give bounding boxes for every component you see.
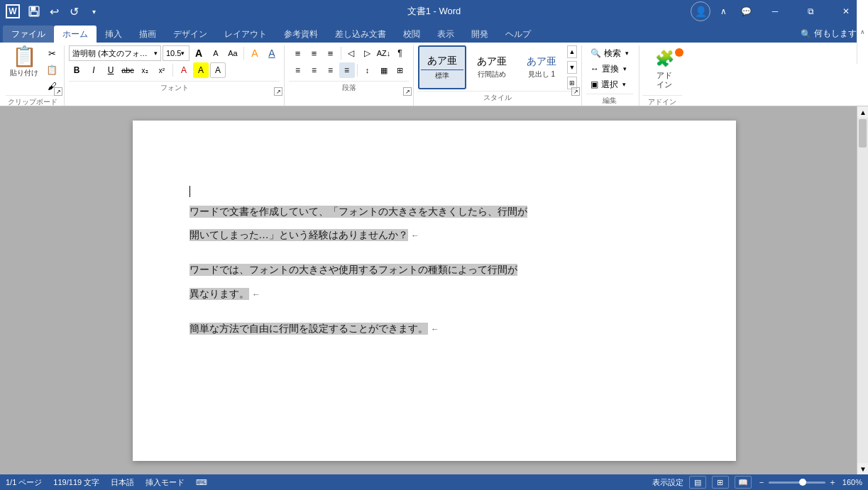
font-grow-button[interactable]: A [191, 45, 207, 61]
para-spacer-1 [189, 250, 679, 261]
select-dropdown[interactable]: ▾ [622, 81, 626, 88]
tab-file[interactable]: ファイル [3, 26, 54, 43]
tab-review[interactable]: 校閲 [395, 26, 429, 43]
paste-button[interactable]: 📋 貼り付け [6, 45, 43, 79]
paragraph-2[interactable]: 開いてしまった…」という経験はありませんか？ ← [189, 226, 679, 244]
edit-label: 編集 [586, 94, 633, 107]
text-highlight-button[interactable]: A [193, 62, 209, 78]
tab-mailings[interactable]: 差し込み文書 [326, 26, 395, 43]
zoom-slider-thumb[interactable] [799, 479, 806, 486]
paragraph-4[interactable]: 異なります。 ← [189, 285, 679, 303]
search-dropdown[interactable]: ▾ [625, 50, 629, 57]
quick-save-button[interactable] [26, 3, 43, 20]
justify-button[interactable]: ≡ [339, 62, 355, 78]
bullets-button[interactable]: ≡ [290, 45, 306, 61]
tab-design[interactable]: デザイン [165, 26, 216, 43]
scroll-down-button[interactable]: ▼ [857, 463, 868, 474]
show-marks-button[interactable]: ¶ [392, 45, 408, 61]
ribbon-toggle-button[interactable]: ∧ [713, 0, 733, 23]
search-button[interactable]: 🔍 検索 ▾ [586, 45, 633, 61]
user-account-button[interactable]: 👤 [691, 1, 710, 21]
tab-developer[interactable]: 開発 [463, 26, 497, 43]
decrease-indent-button[interactable]: ◁ [344, 45, 359, 61]
tab-draw[interactable]: 描画 [131, 26, 165, 43]
display-settings-button[interactable]: 表示設定 [652, 477, 683, 488]
scroll-track[interactable] [857, 118, 868, 463]
paragraph-label: 段落 [289, 81, 409, 94]
vertical-scrollbar[interactable]: ▲ ▼ [857, 106, 868, 474]
subscript-button[interactable]: x₂ [137, 62, 153, 78]
zoom-slider-track[interactable] [769, 481, 825, 484]
word-count[interactable]: 119/119 文字 [53, 477, 99, 488]
zoom-level[interactable]: 160% [842, 478, 862, 486]
view-read-button[interactable]: 📖 [735, 476, 752, 489]
select-button[interactable]: ▣ 選択 ▾ [586, 77, 630, 92]
quick-undo-button[interactable]: ↩ [45, 3, 62, 20]
font-shrink-button[interactable]: A [208, 45, 224, 61]
tab-view[interactable]: 表示 [429, 26, 463, 43]
style-heading1[interactable]: あア亜 見出し 1 [517, 45, 566, 89]
align-left-button[interactable]: ≡ [290, 62, 306, 78]
minimize-button[interactable]: ─ [759, 0, 791, 23]
styles-expand-button[interactable]: ↗ [571, 87, 580, 96]
tab-layout[interactable]: レイアウト [216, 26, 275, 43]
change-case-button[interactable]: Aa [225, 45, 241, 61]
style-underline [421, 69, 463, 70]
zoom-in-icon[interactable]: ＋ [828, 477, 837, 489]
font-expand-button[interactable]: ↗ [274, 87, 282, 96]
restore-button[interactable]: ⧉ [794, 0, 827, 23]
paragraph-expand-button[interactable]: ↗ [403, 87, 412, 96]
cursor-area [189, 184, 679, 197]
italic-button[interactable]: I [86, 62, 101, 78]
paragraph-3[interactable]: ワードでは、フォントの大きさや使用するフォントの種類によって行間が [189, 261, 679, 279]
scroll-up-button[interactable]: ▲ [857, 106, 868, 118]
view-web-button[interactable]: ⊞ [712, 476, 729, 489]
clipboard-expand-button[interactable]: ↗ [54, 87, 62, 96]
quick-redo-button[interactable]: ↺ [65, 3, 82, 20]
zoom-out-icon[interactable]: － [757, 477, 766, 489]
tab-references[interactable]: 参考資料 [275, 26, 326, 43]
multilevel-button[interactable]: ≡ [323, 45, 339, 61]
borders-button[interactable]: ⊞ [392, 62, 408, 78]
keyboard-icon[interactable]: ⌨ [196, 478, 207, 487]
bold-button[interactable]: B [69, 62, 84, 78]
underline-button[interactable]: U [103, 62, 119, 78]
paragraph-1[interactable]: ワードで文書を作成していて、「フォントの大きさを大きくしたら、行間が [189, 203, 679, 221]
scroll-thumb[interactable] [859, 119, 867, 147]
styles-scroll-down[interactable]: ▼ [567, 61, 577, 74]
font-size-select[interactable]: 10.5 ▾ [163, 45, 189, 61]
tab-help[interactable]: ヘルプ [497, 26, 539, 43]
document-page[interactable]: ワードで文書を作成していて、「フォントの大きさを大きくしたら、行間が 開いてしま… [133, 121, 736, 461]
style-normal[interactable]: あア亜 標準 [418, 45, 466, 89]
quick-customize-button[interactable]: ▾ [85, 3, 102, 20]
cut-button[interactable]: ✂ [44, 45, 60, 61]
highlight-button[interactable]: A [247, 45, 263, 61]
input-mode[interactable]: 挿入モード [145, 477, 185, 488]
clear-format-button[interactable]: A [264, 45, 280, 61]
view-normal-button[interactable]: ▤ [689, 476, 706, 489]
shading-para-button[interactable]: ▦ [376, 62, 392, 78]
tab-home[interactable]: ホーム [54, 26, 97, 43]
font-family-select[interactable]: 游明朝 (本文のフォン... ▾ [69, 45, 161, 61]
align-right-button[interactable]: ≡ [323, 62, 339, 78]
comments-button[interactable]: 💬 [736, 0, 756, 23]
paragraph-5[interactable]: 簡単な方法で自由に行間を設定することができます。 ← [189, 320, 679, 338]
page-info[interactable]: 1/1 ページ [6, 477, 42, 488]
line-spacing-button[interactable]: ↕ [360, 62, 375, 78]
shading-button[interactable]: A [210, 62, 226, 78]
language[interactable]: 日本語 [111, 477, 134, 488]
numbering-button[interactable]: ≡ [307, 45, 322, 61]
align-center-button[interactable]: ≡ [307, 62, 322, 78]
ribbon-collapse-button[interactable]: ∧ [857, 0, 868, 64]
replace-dropdown[interactable]: ▾ [623, 65, 627, 72]
tab-insert[interactable]: 挿入 [97, 26, 131, 43]
styles-scroll-up[interactable]: ▲ [567, 45, 577, 58]
copy-button[interactable]: 📋 [44, 62, 60, 77]
sort-button[interactable]: AZ↓ [376, 45, 392, 61]
style-compact[interactable]: あア亜 行間詰め [468, 45, 516, 89]
font-color-button[interactable]: A [176, 62, 192, 78]
superscript-button[interactable]: x² [154, 62, 170, 78]
strikethrough-button[interactable]: abc [120, 62, 136, 78]
replace-button[interactable]: ↔ 置換 ▾ [586, 61, 631, 77]
increase-indent-button[interactable]: ▷ [360, 45, 375, 61]
